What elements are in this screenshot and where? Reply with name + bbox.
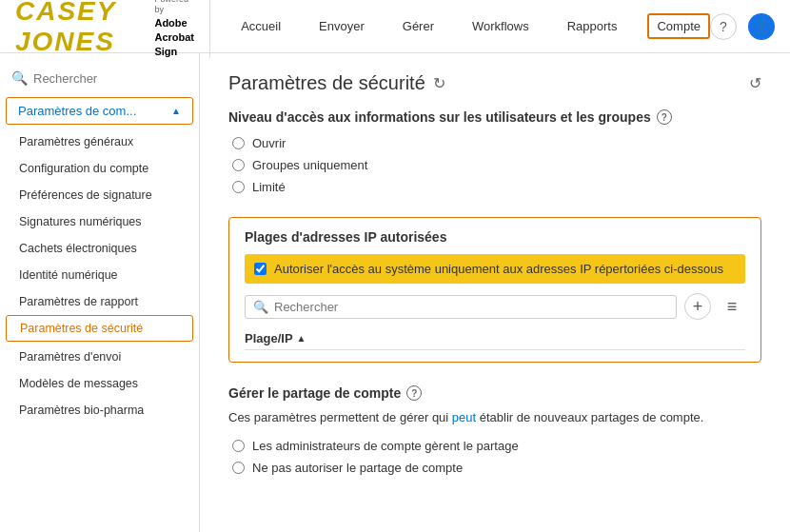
ip-checkbox-label: Autoriser l'accès au système uniquement … [274, 262, 723, 276]
main-content: Paramètres de sécurité ↻ ↺ Niveau d'accè… [200, 53, 790, 532]
logo-area: CASEY JONES Powered by AdobeAcrobat Sign [15, 0, 210, 58]
access-radio-groupes[interactable]: Groupes uniquement [232, 158, 761, 172]
sidebar-item-parametres-rapport[interactable]: Paramètres de rapport [0, 288, 199, 315]
nav-envoyer[interactable]: Envoyer [311, 15, 372, 37]
adobe-acrobat-sign-label: AdobeAcrobat Sign [154, 17, 194, 56]
nav-workflows[interactable]: Workflows [464, 15, 537, 37]
sidebar-item-signatures-numeriques[interactable]: Signatures numériques [0, 208, 199, 235]
logo-text: CASEY JONES [15, 0, 143, 57]
sidebar-item-identite-numerique[interactable]: Identité numérique [0, 262, 199, 288]
nav-rapports[interactable]: Rapports [560, 15, 625, 37]
partage-description: Ces paramètres permettent de gérer qui p… [228, 408, 761, 427]
sidebar-item-cachets-electroniques[interactable]: Cachets électroniques [0, 235, 199, 262]
sidebar-item-parametres-securite[interactable]: Paramètres de sécurité [6, 315, 193, 342]
sidebar-item-parametres-generaux[interactable]: Paramètres généraux [0, 128, 199, 155]
refresh-icon[interactable]: ↻ [433, 74, 445, 92]
partage-radio-admin[interactable]: Les administrateurs de compte gèrent le … [232, 439, 761, 453]
sort-icon[interactable]: ▲ [297, 333, 306, 344]
ip-search-container: 🔍 [245, 295, 677, 319]
sidebar-section-compte[interactable]: Paramètres de com... ▲ [6, 97, 193, 125]
ip-add-button[interactable]: + [684, 293, 711, 320]
sidebar-item-configuration-compte[interactable]: Configuration du compte [0, 155, 199, 182]
partage-radio-admin-input[interactable] [232, 440, 245, 452]
chevron-up-icon: ▲ [171, 106, 181, 116]
access-radio-ouvrir-input[interactable] [232, 137, 245, 149]
access-radio-limite[interactable]: Limité [232, 180, 761, 194]
access-radio-limite-input[interactable] [232, 181, 245, 193]
nav-accueil[interactable]: Accueil [233, 15, 288, 37]
main-nav: Accueil Envoyer Gérer Workflows Rapports… [233, 13, 710, 39]
user-avatar-button[interactable]: 👤 [748, 13, 775, 40]
partage-radio-no-partage[interactable]: Ne pas autoriser le partage de compte [232, 461, 761, 475]
partage-radio-group: Les administrateurs de compte gèrent le … [228, 439, 761, 475]
sidebar-item-parametres-bio-pharma[interactable]: Paramètres bio-pharma [0, 397, 199, 424]
ip-search-icon: 🔍 [253, 300, 268, 314]
powered-by: Powered by AdobeAcrobat Sign [154, 0, 194, 58]
ip-table-header: Plage/IP ▲ [245, 327, 745, 350]
sidebar-search-icon: 🔍 [11, 70, 28, 86]
partage-info-icon[interactable]: ? [406, 385, 422, 401]
header-icons: ? 👤 [710, 13, 775, 40]
sidebar: 🔍 Paramètres de com... ▲ Paramètres géné… [0, 53, 200, 532]
access-section-title: Niveau d'accès aux informations sur les … [228, 109, 761, 125]
sidebar-item-modeles-messages[interactable]: Modèles de messages [0, 370, 199, 397]
partage-radio-no-partage-input[interactable] [232, 462, 245, 474]
ip-authorize-checkbox[interactable] [254, 263, 267, 275]
top-right-action-icon[interactable]: ↺ [749, 74, 761, 92]
nav-gerer[interactable]: Gérer [395, 15, 442, 37]
partage-desc-link[interactable]: peut [452, 410, 476, 424]
page-title: Paramètres de sécurité [228, 72, 425, 94]
sidebar-item-parametres-envoi[interactable]: Paramètres d'envoi [0, 344, 199, 370]
sidebar-item-preferences-signature[interactable]: Préférences de signature [0, 182, 199, 208]
page-title-row: Paramètres de sécurité ↻ ↺ [228, 72, 761, 94]
access-radio-group: Ouvrir Groupes uniquement Limité [228, 136, 761, 194]
sidebar-section-label: Paramètres de com... [18, 104, 136, 118]
sidebar-search-input[interactable] [33, 71, 188, 86]
ip-checkbox-row: Autoriser l'accès au système uniquement … [245, 254, 745, 284]
ip-section-title: Plages d'adresses IP autorisées [245, 229, 745, 245]
access-radio-groupes-input[interactable] [232, 159, 245, 171]
help-button[interactable]: ? [710, 13, 737, 40]
header: CASEY JONES Powered by AdobeAcrobat Sign… [0, 0, 790, 53]
ip-toolbar: 🔍 + ≡ [245, 293, 745, 320]
nav-compte[interactable]: Compte [647, 13, 710, 39]
partage-section-title: Gérer le partage de compte ? [228, 385, 761, 401]
access-section: Niveau d'accès aux informations sur les … [228, 109, 761, 194]
partage-section: Gérer le partage de compte ? Ces paramèt… [228, 385, 761, 475]
ip-search-input[interactable] [274, 300, 668, 314]
ip-section: Plages d'adresses IP autorisées Autorise… [228, 217, 761, 363]
layout: 🔍 Paramètres de com... ▲ Paramètres géné… [0, 53, 790, 532]
ip-menu-button[interactable]: ≡ [719, 293, 745, 320]
sidebar-search-container: 🔍 [0, 65, 199, 97]
access-info-icon[interactable]: ? [657, 109, 672, 125]
access-radio-ouvrir[interactable]: Ouvrir [232, 136, 761, 150]
